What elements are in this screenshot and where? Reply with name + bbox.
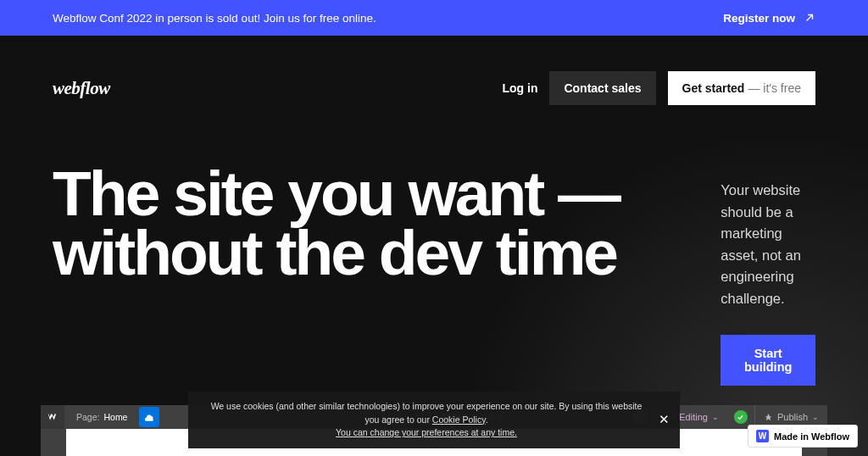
page-selector[interactable]: Page: Home xyxy=(76,412,127,422)
status-check-icon xyxy=(734,410,748,424)
get-started-label: Get started xyxy=(682,81,745,95)
webflow-w-icon: W xyxy=(756,430,769,442)
get-started-button[interactable]: Get started — it's free xyxy=(668,71,816,105)
badge-label: Made in Webflow xyxy=(774,431,849,442)
announcement-banner: Webflow Conf 2022 in person is sold out!… xyxy=(0,0,868,36)
register-now-link[interactable]: Register now xyxy=(723,12,815,25)
start-building-button[interactable]: Start building xyxy=(721,335,815,386)
hero-right: Your website should be a marketing asset… xyxy=(721,164,815,386)
cloud-sync-icon[interactable] xyxy=(139,407,159,427)
close-icon[interactable]: ✕ xyxy=(659,410,670,430)
webflow-logo[interactable]: webflow xyxy=(53,78,110,99)
page-label: Page: xyxy=(76,412,99,422)
rocket-icon xyxy=(764,413,773,422)
hero-title: The site you want — without the dev time xyxy=(53,164,661,386)
main-content: webflow Log in Contact sales Get started… xyxy=(0,36,868,456)
chevron-down-icon: ⌄ xyxy=(712,413,719,421)
made-in-webflow-badge[interactable]: W Made in Webflow xyxy=(748,425,858,448)
hero-subtitle: Your website should be a marketing asset… xyxy=(721,180,815,309)
cookie-policy-link[interactable]: Cookie Policy xyxy=(432,414,486,425)
cookie-prefs-link[interactable]: You can change your preferences at any t… xyxy=(336,427,517,437)
login-link[interactable]: Log in xyxy=(502,81,537,95)
get-started-suffix: — it's free xyxy=(748,81,801,95)
hero: The site you want — without the dev time… xyxy=(53,164,815,386)
chevron-down-icon: ⌄ xyxy=(812,413,819,421)
nav-right: Log in Contact sales Get started — it's … xyxy=(502,71,815,105)
cookie-banner: We use cookies (and other similar techno… xyxy=(188,392,680,448)
banner-text: Webflow Conf 2022 in person is sold out!… xyxy=(53,12,376,25)
cookie-text-1: We use cookies (and other similar techno… xyxy=(211,401,643,425)
arrow-up-right-icon xyxy=(804,12,815,24)
page-name: Home xyxy=(103,412,127,422)
banner-cta-label: Register now xyxy=(723,12,795,25)
webflow-icon[interactable] xyxy=(41,405,64,429)
top-nav: webflow Log in Contact sales Get started… xyxy=(53,36,815,105)
contact-sales-button[interactable]: Contact sales xyxy=(549,71,655,105)
